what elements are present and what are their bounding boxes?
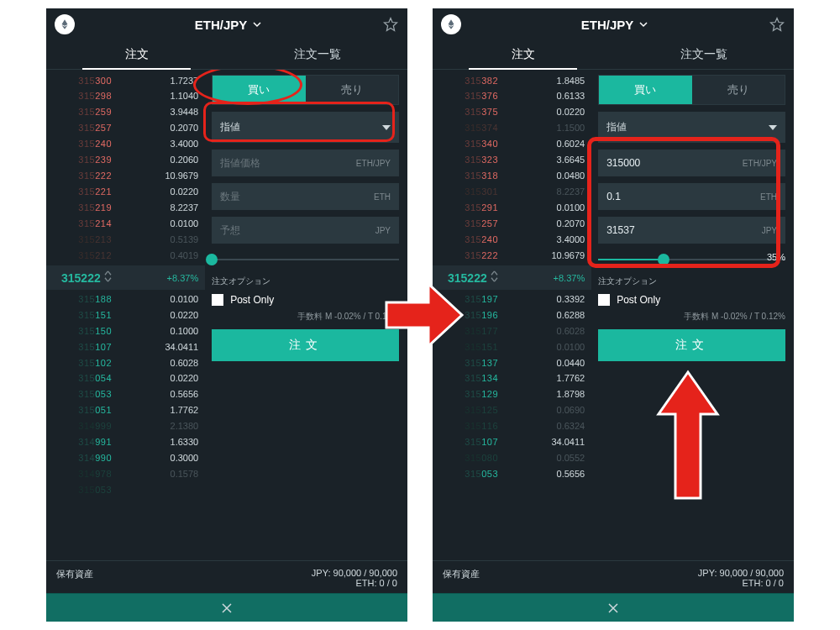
orderbook-row[interactable]: 31510734.0411 (433, 435, 591, 451)
close-button[interactable] (433, 593, 794, 622)
post-only-checkbox[interactable]: Post Only (212, 294, 399, 306)
balance-eth: ETH: 0 / 0 (312, 578, 397, 588)
favorite-icon[interactable] (769, 16, 785, 33)
orderbook-row[interactable]: 3153018.2237 (433, 185, 591, 201)
orderbook-row[interactable]: 3153741.1500 (433, 121, 591, 137)
orderbook-row[interactable]: 3149900.3000 (46, 451, 205, 467)
amount-slider[interactable]: 35% (598, 250, 785, 269)
orderbook-row[interactable]: 3151370.0440 (433, 355, 591, 371)
orderbook-row[interactable]: 3153180.0480 (433, 169, 591, 185)
orderbook-row[interactable]: 3153400.6024 (433, 137, 591, 153)
orderbook-row[interactable]: 3150800.0552 (433, 451, 591, 467)
orderbook-row[interactable]: 3149780.1578 (46, 467, 205, 483)
orderbook-row[interactable]: 3151510.0220 (46, 307, 205, 323)
orderbook-row[interactable]: 3152120.4019 (46, 248, 205, 264)
qty-unit: ETH (760, 192, 777, 202)
orderbook-row[interactable]: 3153233.6645 (433, 153, 591, 169)
tab-orderlist[interactable]: 注文一覧 (613, 40, 794, 70)
slider-thumb[interactable] (658, 254, 669, 265)
orderbook-row[interactable]: 3152210.0220 (46, 185, 205, 201)
orderbook-row[interactable]: 3151250.0690 (433, 403, 591, 419)
favorite-icon[interactable] (382, 16, 399, 33)
orderbook-row[interactable]: 3151770.6028 (433, 323, 591, 339)
orderbook-row[interactable]: 3152403.4000 (46, 137, 205, 153)
order-type-dropdown[interactable]: 指値 (598, 112, 785, 143)
updown-icon (104, 270, 112, 285)
estimate-input[interactable]: 31537 JPY (598, 217, 785, 244)
slider-percent: 35% (767, 252, 785, 262)
price-unit: ETH/JPY (356, 159, 391, 168)
orderbook-row[interactable]: 3151020.6028 (46, 355, 205, 371)
chevron-down-icon (638, 19, 648, 29)
orderbook-row[interactable]: 3150530.5656 (46, 387, 205, 403)
post-only-checkbox[interactable]: Post Only (598, 294, 785, 306)
orderbook-row[interactable]: 3152130.5139 (46, 232, 205, 248)
mid-price-row[interactable]: 315222+8.37% (433, 265, 591, 290)
orderbook-row[interactable]: 3149992.1380 (46, 419, 205, 435)
orderbook-row[interactable]: 31522210.9679 (46, 169, 205, 185)
topbar: ETH/JPY (46, 8, 407, 40)
order-type-dropdown[interactable]: 指値 (212, 112, 399, 143)
buy-tab[interactable]: 買い (213, 76, 305, 104)
sell-tab[interactable]: 売り (692, 76, 785, 104)
orderbook-row[interactable]: 3151510.0100 (433, 339, 591, 355)
orderbook-row[interactable]: 3151960.6288 (433, 307, 591, 323)
orderbook-row[interactable]: 3152390.2060 (46, 153, 205, 169)
close-button[interactable] (46, 593, 407, 622)
orderbook-row[interactable]: 3150511.7762 (46, 403, 205, 419)
close-icon (606, 601, 620, 615)
pair-selector[interactable]: ETH/JPY (581, 18, 649, 32)
quantity-input[interactable]: 0.1 ETH (598, 183, 785, 210)
qty-placeholder: 数量 (220, 190, 240, 204)
tab-order[interactable]: 注文 (433, 40, 613, 70)
quantity-input[interactable]: 数量 ETH (212, 183, 399, 210)
mid-price-row[interactable]: 315222+8.37% (46, 265, 205, 290)
orderbook-row[interactable]: 3153750.0220 (433, 105, 591, 121)
submit-order-button[interactable]: 注文 (598, 329, 785, 361)
orderbook-row[interactable]: 3152403.4000 (433, 232, 591, 248)
tab-orderlist[interactable]: 注文一覧 (227, 40, 407, 70)
orderbook-row[interactable]: 3152570.2070 (46, 121, 205, 137)
tab-order[interactable]: 注文 (46, 40, 227, 70)
price-input[interactable]: 指値価格 ETH/JPY (212, 150, 399, 176)
orderbook-row[interactable]: 3151160.6324 (433, 419, 591, 435)
orderbook-row[interactable]: 3153821.8485 (433, 73, 591, 89)
order-form: 買い 売り 指値 指値価格 ETH/JPY 数量 ETH 予想 JPY (205, 70, 407, 560)
orderbook-row[interactable]: 3152910.0100 (433, 201, 591, 217)
price-input[interactable]: 315000 ETH/JPY (598, 150, 785, 176)
amount-slider[interactable] (212, 250, 399, 269)
orderbook-row[interactable]: 3151291.8798 (433, 387, 591, 403)
qty-value: 0.1 (606, 191, 621, 202)
orderbook-row[interactable]: 315053 (46, 483, 205, 499)
est-value: 31537 (606, 224, 634, 236)
est-placeholder: 予想 (220, 223, 240, 238)
orderbook-row[interactable]: 3151500.1000 (46, 323, 205, 339)
buy-tab[interactable]: 買い (599, 76, 691, 104)
orderbook-row[interactable]: 3151970.3392 (433, 291, 591, 307)
eth-icon (55, 14, 75, 34)
orderbook-row[interactable]: 3152981.1040 (46, 89, 205, 105)
updown-icon (491, 270, 498, 285)
orderbook-row[interactable]: 31522210.9679 (433, 248, 591, 264)
orderbook-row[interactable]: 31510734.0411 (46, 339, 205, 355)
orderbook-row[interactable]: 3151880.0100 (46, 291, 205, 307)
orderbook-row[interactable]: 3151341.7762 (433, 371, 591, 387)
estimate-input[interactable]: 予想 JPY (212, 217, 399, 244)
orderbook-row[interactable]: 3149911.6330 (46, 435, 205, 451)
submit-order-button[interactable]: 注文 (212, 329, 399, 361)
options-heading: 注文オプション (212, 276, 399, 287)
orderbook-row[interactable]: 3152593.9448 (46, 105, 205, 121)
order-type-label: 指値 (606, 120, 627, 134)
slider-thumb[interactable] (206, 254, 218, 265)
pair-selector[interactable]: ETH/JPY (195, 18, 263, 32)
orderbook-row[interactable]: 3152570.2070 (433, 216, 591, 232)
sell-tab[interactable]: 売り (306, 76, 398, 104)
orderbook-row[interactable]: 3153001.7237 (46, 73, 205, 89)
price-value: 315000 (606, 157, 640, 169)
orderbook-row[interactable]: 3153760.6133 (433, 89, 591, 105)
orderbook-row[interactable]: 3150530.5656 (433, 467, 591, 483)
orderbook-row[interactable]: 3150540.0220 (46, 371, 205, 387)
pair-label: ETH/JPY (195, 18, 248, 32)
orderbook-row[interactable]: 3152198.2237 (46, 201, 205, 217)
orderbook-row[interactable]: 3152140.0100 (46, 216, 205, 232)
